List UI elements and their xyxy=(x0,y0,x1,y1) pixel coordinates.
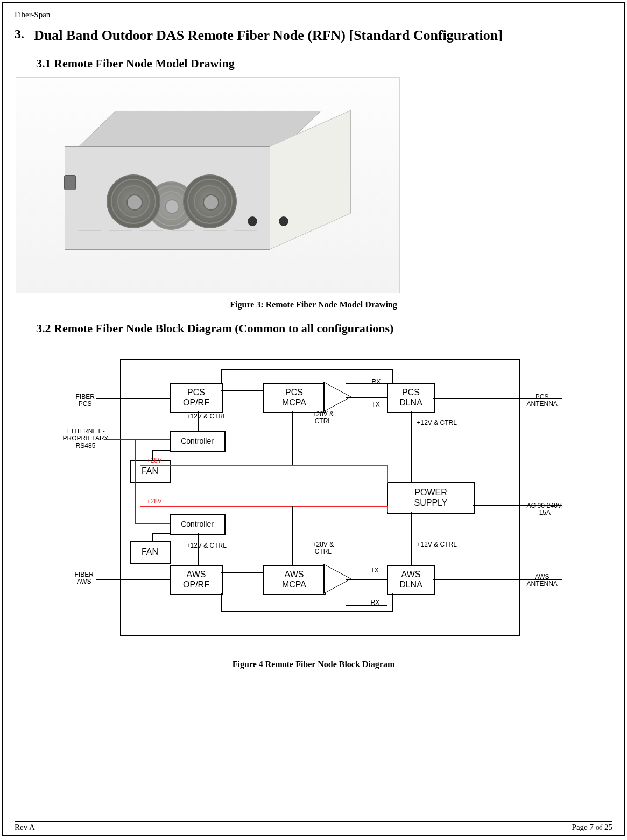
subsection-3-2: 3.2 Remote Fiber Node Block Diagram (Com… xyxy=(36,321,612,335)
block-controller-2: Controller xyxy=(170,514,226,535)
label-12v-aws-oprf: +12V & CTRL xyxy=(187,542,227,550)
block-aws-dlna: AWS DLNA xyxy=(387,565,435,595)
figure-3-caption: Figure 3: Remote Fiber Node Model Drawin… xyxy=(15,300,612,310)
block-aws-oprf: AWS OP/RF xyxy=(170,565,223,595)
figure-4-caption: Figure 4 Remote Fiber Node Block Diagram xyxy=(15,660,612,669)
label-tx-pcs: TX xyxy=(372,401,380,409)
section-number: 3. xyxy=(15,27,34,41)
block-diagram: FIBER PCS ETHERNET - PROPRIETARY RS485 F… xyxy=(45,347,583,649)
block-fan-2: FAN xyxy=(130,541,171,564)
block-controller-1: Controller xyxy=(170,431,226,452)
label-28v-1: +28V xyxy=(147,457,162,465)
block-pcs-oprf: PCS OP/RF xyxy=(170,383,223,413)
label-12v-pcs-dlna: +12V & CTRL xyxy=(417,419,457,427)
label-pcs-antenna: PCS ANTENNA xyxy=(527,394,558,409)
label-fiber-pcs: FIBER PCS xyxy=(76,394,95,409)
figure-3-model-drawing xyxy=(16,77,400,293)
label-aws-antenna: AWS ANTENNA xyxy=(527,573,558,589)
block-aws-mcpa: AWS MCPA xyxy=(263,565,326,595)
label-rx-pcs: RX xyxy=(372,379,381,386)
block-pcs-mcpa: PCS MCPA xyxy=(263,383,326,413)
block-power-supply: POWER SUPPLY xyxy=(387,482,475,514)
label-ethernet: ETHERNET - PROPRIETARY RS485 xyxy=(63,428,109,450)
label-28v-2: +28V xyxy=(147,498,162,506)
company-header: Fiber-Span xyxy=(15,10,612,19)
subsection-3-1: 3.1 Remote Fiber Node Model Drawing xyxy=(36,57,612,71)
footer-page: Page 7 of 25 xyxy=(572,823,612,832)
label-12v-aws-dlna: +12V & CTRL xyxy=(417,541,457,549)
section-title: Dual Band Outdoor DAS Remote Fiber Node … xyxy=(34,27,503,45)
block-pcs-dlna: PCS DLNA xyxy=(387,383,435,413)
label-12v-pcs-oprf: +12V & CTRL xyxy=(187,413,227,421)
label-fiber-aws: FIBER AWS xyxy=(75,571,94,586)
footer-rev: Rev A xyxy=(15,823,35,832)
page-footer: Rev A Page 7 of 25 xyxy=(15,821,612,832)
label-tx-aws: TX xyxy=(371,567,379,575)
label-28v-pcs-mcpa: +28V & CTRL xyxy=(313,411,334,426)
section-heading: 3. Dual Band Outdoor DAS Remote Fiber No… xyxy=(15,27,612,45)
label-28v-aws-mcpa: +28V & CTRL xyxy=(313,541,334,556)
